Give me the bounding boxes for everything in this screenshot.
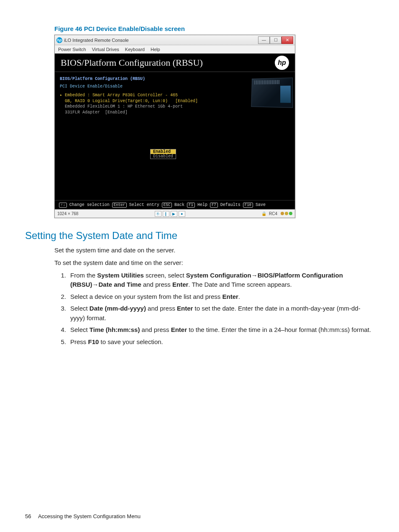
step-item: Press F10 to save your selection. — [54, 337, 374, 347]
menu-item[interactable]: Virtual Drives — [92, 47, 119, 52]
status-button[interactable]: ▶ — [171, 211, 177, 217]
step-item: Select a device on your system from the … — [54, 292, 374, 302]
menu-item[interactable]: Help — [151, 47, 160, 52]
figure-caption: Figure 46 PCI Device Enable/Disable scre… — [54, 25, 374, 32]
status-leds — [280, 211, 292, 216]
intro-text: Set the system time and date on the serv… — [54, 246, 374, 255]
key-icon: ESC — [162, 203, 172, 208]
remote-console-window: hp iLO Integrated Remote Console — ☐ ✕ P… — [54, 35, 295, 218]
key-icon: F10 — [243, 203, 253, 208]
steps-list: From the System Utilities screen, select… — [54, 271, 374, 347]
bios-screen: BIOS/Platform Configuration (RBSU) hp BI… — [55, 54, 295, 209]
key-icon: ↑↓ — [59, 203, 67, 208]
statusbar: 1024 × 768 ⎘ ‖ ▶ ● 🔒 RC4 — [55, 209, 295, 218]
hp-logo-icon: hp — [275, 56, 289, 70]
resolution-text: 1024 × 768 — [57, 211, 78, 216]
key-icon: Enter — [112, 203, 127, 208]
maximize-button[interactable]: ☐ — [270, 36, 281, 44]
page-number: 56 — [25, 513, 37, 519]
server-image — [251, 77, 293, 108]
popup-option[interactable]: Disabled — [151, 154, 176, 159]
hp-badge-icon: hp — [56, 37, 62, 43]
status-button[interactable]: ‖ — [163, 211, 169, 217]
status-button[interactable]: ⎘ — [155, 211, 161, 217]
chapter-title: Accessing the System Configuration Menu — [38, 513, 141, 519]
key-hints: ↑↓Change selection EnterSelect entry ESC… — [55, 200, 295, 209]
encryption-text: RC4 — [269, 211, 277, 216]
window-title: iLO Integrated Remote Console — [64, 38, 256, 43]
close-button[interactable]: ✕ — [281, 36, 293, 44]
lock-icon: 🔒 — [261, 211, 266, 216]
key-icon: F7 — [210, 203, 218, 208]
intro-text: To set the system date and time on the s… — [54, 258, 374, 267]
menu-item[interactable]: Power Switch — [58, 47, 86, 52]
section-heading: Setting the System Date and Time — [25, 230, 374, 242]
bios-header: BIOS/Platform Configuration (RBSU) hp — [55, 54, 295, 72]
minimize-button[interactable]: — — [258, 36, 270, 44]
key-icon: F1 — [187, 203, 195, 208]
enable-disable-popup: Enabled Disabled — [150, 149, 176, 159]
popup-option[interactable]: Enabled — [151, 149, 176, 154]
menu-item[interactable]: Keyboard — [125, 47, 145, 52]
step-item: Select Time (hh:mm:ss) and press Enter t… — [54, 325, 374, 335]
page-footer: 56 Accessing the System Configuration Me… — [25, 513, 141, 519]
titlebar: hp iLO Integrated Remote Console — ☐ ✕ — [55, 35, 295, 45]
status-button[interactable]: ● — [179, 211, 185, 217]
menubar: Power Switch Virtual Drives Keyboard Hel… — [55, 45, 295, 54]
step-item: From the System Utilities screen, select… — [54, 271, 374, 290]
bios-title: BIOS/Platform Configuration (RBSU) — [61, 57, 203, 68]
step-item: Select Date (mm-dd-yyyy) and press Enter… — [54, 304, 374, 323]
